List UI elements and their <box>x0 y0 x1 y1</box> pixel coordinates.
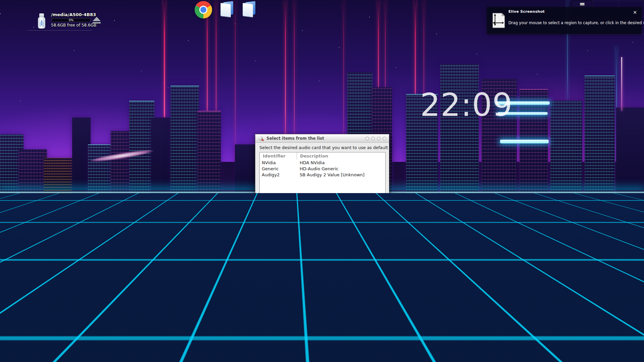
system-tray: 3.4 <box>621 351 642 361</box>
select-items-dialog: Select items from the list Select the de… <box>255 134 389 222</box>
running-indicator-dot <box>436 343 439 347</box>
notification-title: Elive Screenshot <box>508 9 545 14</box>
usb-mount-path: /media/A500-4B83 <box>51 12 91 17</box>
usb-widget-divider <box>28 30 92 31</box>
camera-icon <box>299 356 305 360</box>
dock <box>207 347 444 360</box>
building <box>235 144 255 193</box>
folder-desktop-icon[interactable] <box>219 1 234 18</box>
building <box>88 144 113 193</box>
pager-window-thumb <box>580 3 585 6</box>
window-control-2[interactable] <box>371 137 375 140</box>
dialog-titlebar[interactable]: Select items from the list <box>255 134 389 143</box>
bar-chart-icon <box>11 352 12 360</box>
load-gauge-icon[interactable]: 3.4 <box>621 351 631 361</box>
dialog-instruction: Select the desired audio card that you w… <box>259 145 388 150</box>
dock-folder-window-icon[interactable] <box>417 347 430 360</box>
building <box>550 101 582 193</box>
cell-identifier: Generic <box>260 166 297 171</box>
dock-disk-install-icon[interactable] <box>377 347 390 360</box>
cell-description: HD-Audio Generic <box>297 166 385 171</box>
chrome-desktop-icon[interactable] <box>195 1 212 18</box>
running-indicator-dot <box>408 343 411 347</box>
dialog-title: Select items from the list <box>266 136 324 141</box>
wifi-dot <box>637 359 638 361</box>
close-icon[interactable]: ✕ <box>633 10 637 15</box>
building <box>151 118 173 193</box>
folder-desktop-icon[interactable] <box>242 1 256 18</box>
system-monitor-widget[interactable] <box>4 350 13 361</box>
window-control-1[interactable] <box>365 137 369 140</box>
cancel-button[interactable]: Cancel <box>323 208 352 218</box>
window-control-3[interactable] <box>377 137 381 140</box>
dialog-body: Select the desired audio card that you w… <box>255 143 389 222</box>
eject-icon-bar <box>93 22 101 24</box>
header-identifier: Identifier <box>260 153 297 159</box>
running-indicator-dot <box>422 343 425 347</box>
bar-chart-icon <box>7 356 8 360</box>
desktop: 22:09 /media/A500-4B83 0% 58.6GB free of… <box>0 0 644 362</box>
building <box>616 107 644 193</box>
list-item-audigy2[interactable]: Audigy2 SB Audigy 2 Value [Unknown] <box>260 172 385 178</box>
window-control-4[interactable] <box>383 137 386 140</box>
antenna-spire <box>621 57 622 111</box>
dock-folder-window-icon[interactable] <box>431 347 444 360</box>
cell-description: HDA NVidia <box>297 160 385 165</box>
gauge-value: 3.4 <box>624 357 628 360</box>
usb-drive-info: /media/A500-4B83 0% 58.6GB free of 58.6G… <box>51 12 91 28</box>
disk-slot <box>379 358 388 359</box>
dock-chat-icon[interactable] <box>221 347 235 360</box>
eject-button[interactable] <box>93 17 101 24</box>
header-description: Description <box>297 152 385 160</box>
audio-card-list: Identifier Description NVidia HDA NVidia… <box>259 152 386 202</box>
dock-office-writer-icon[interactable] <box>306 347 319 360</box>
neon-sign <box>500 140 549 143</box>
cancel-label: Cancel <box>335 210 348 215</box>
building <box>111 131 131 193</box>
dock-chrome-running-icon[interactable] <box>403 347 416 360</box>
dock-search-icon[interactable] <box>348 347 362 360</box>
usb-usage-bar: 0% <box>52 18 91 22</box>
building <box>170 86 199 193</box>
screenshot-icon <box>492 12 505 29</box>
dock-music-player-icon[interactable] <box>264 347 277 360</box>
ok-label: OK <box>370 210 377 215</box>
window-controls <box>365 137 386 140</box>
building <box>197 111 221 193</box>
list-item-nvidia[interactable]: NVidia HDA NVidia <box>260 160 385 166</box>
dock-image-viewer-icon[interactable] <box>278 347 291 360</box>
cell-description: SB Audigy 2 Value [Unknown] <box>297 172 385 177</box>
speech-bubble <box>228 348 235 353</box>
usb-usage-percent: 0% <box>69 18 73 22</box>
dock-package-installer-icon[interactable] <box>334 347 348 360</box>
dock-help-icon[interactable] <box>362 347 376 360</box>
dialog-app-icon <box>258 136 263 141</box>
ok-button[interactable]: OK <box>355 208 384 218</box>
desktop-clock: 22:09 <box>420 87 513 123</box>
usb-symbol <box>41 20 42 26</box>
dock-terminal-icon[interactable] <box>207 347 221 360</box>
building <box>44 158 76 193</box>
notification-message: Drag your mouse to select a region to ca… <box>508 20 644 25</box>
check-icon <box>363 210 367 214</box>
usb-free-space: 58.6GB free of 58.6GB <box>51 23 91 28</box>
cancel-icon <box>326 210 332 216</box>
usb-drive-widget: /media/A500-4B83 0% 58.6GB free of 58.6G… <box>26 12 100 32</box>
cell-identifier: Audigy2 <box>260 172 297 177</box>
building <box>18 149 47 193</box>
dock-file-manager-icon[interactable] <box>236 347 249 360</box>
list-header: Identifier Description <box>260 152 385 160</box>
dock-screenshot-icon[interactable] <box>292 347 305 360</box>
bar-chart-icon <box>9 354 10 360</box>
wallpaper-stars <box>0 13 1 14</box>
list-item-generic[interactable]: Generic HD-Audio Generic <box>260 166 385 172</box>
building <box>585 76 615 193</box>
notification-popup: Elive Screenshot Drag your mouse to sele… <box>487 7 642 34</box>
dialog-buttons: Cancel OK <box>323 208 384 218</box>
dock-chrome-icon[interactable] <box>250 347 263 360</box>
usb-drive-icon[interactable] <box>38 13 46 30</box>
cell-identifier: NVidia <box>260 160 297 165</box>
desktop-icons <box>195 1 256 18</box>
wifi-icon[interactable] <box>633 353 642 361</box>
dock-virtualbox-icon[interactable] <box>320 347 334 360</box>
